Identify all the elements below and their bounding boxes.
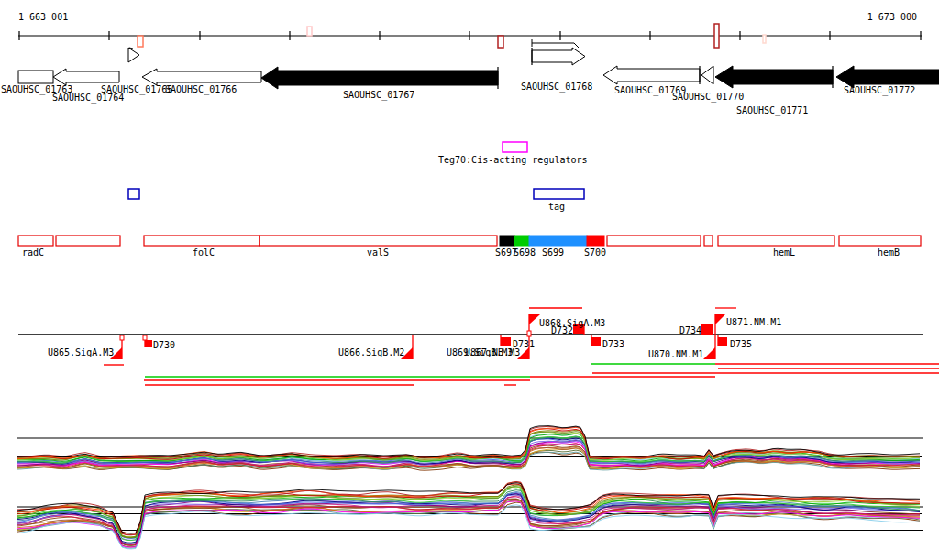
gene-box[interactable] [704, 236, 713, 246]
gene-arrow-SAOUHSC_01765[interactable] [128, 48, 139, 62]
gene-box-label-valS: valS [367, 247, 389, 258]
ruler-end-label: 1 673 000 [867, 12, 917, 22]
gene-box-label-radC: radC [22, 247, 44, 258]
gene-box[interactable] [144, 236, 260, 246]
ruler-selection-mark[interactable] [138, 36, 143, 47]
gene-label-SAOUHSC_01768: SAOUHSC_01768 [521, 82, 592, 93]
feature-box-teg70[interactable] [503, 142, 527, 152]
tss-tick [143, 335, 147, 340]
tss-flag-pennant[interactable] [715, 314, 725, 324]
ruler-selection-mark[interactable] [498, 36, 503, 48]
gene-label-SAOUHSC_01770: SAOUHSC_01770 [672, 92, 744, 103]
tss-tick [120, 335, 124, 340]
tss-label-D730: D730 [153, 340, 175, 350]
gene-arrow-SAOUHSC_01766[interactable] [142, 69, 261, 85]
gene-box-S699[interactable] [529, 236, 587, 246]
gene-arrow-SAOUHSC_01768[interactable] [532, 48, 585, 65]
tss-label-D734: D734 [679, 325, 701, 335]
gene-box-label-hemL: hemL [773, 247, 795, 258]
gene-box[interactable] [18, 236, 53, 246]
gene-box-S697[interactable] [500, 236, 514, 246]
gene-label-SAOUHSC_01766: SAOUHSC_01766 [165, 84, 237, 95]
tss-flag-square[interactable] [501, 337, 511, 346]
gene-arrow-SAOUHSC_01767[interactable] [261, 67, 498, 89]
gene-box[interactable] [607, 236, 701, 246]
feature-label-tag: tag [548, 202, 565, 212]
tss-flag-pennant[interactable] [703, 347, 715, 359]
tss-flag-square[interactable] [591, 337, 601, 346]
tss-label-U865.SigA.M3: U865.SigA.M3 [48, 347, 114, 357]
tss-label-U871.NM.M1: U871.NM.M1 [726, 317, 781, 327]
genome-browser-window: SAOUHSC_01763SAOUHSC_01764SAOUHSC_01765S… [0, 0, 939, 560]
ruler-selection-mark[interactable] [763, 35, 766, 43]
gene-label-SAOUHSC_01765: SAOUHSC_01765 [101, 84, 172, 95]
feature-label-teg70: Teg70:Cis-acting regulators [438, 155, 588, 165]
gene-arrow-SAOUHSC_01771[interactable] [715, 66, 833, 88]
gene-box-label-folC: folC [193, 247, 215, 258]
tss-label-U866.SigB.M2: U866.SigB.M2 [338, 347, 404, 357]
gene-box-S700[interactable] [587, 236, 604, 246]
gene-box[interactable] [839, 236, 921, 246]
gene-arrow-SAOUHSC_01764[interactable] [53, 69, 119, 85]
gene-box-label-S700: S700 [584, 247, 606, 258]
tss-flag-square[interactable] [701, 324, 713, 335]
gene-box-label-S698: S698 [514, 247, 536, 258]
gene-arrow-SAOUHSC_01769[interactable] [603, 66, 700, 84]
gene-box[interactable] [56, 236, 120, 246]
tss-label-U870.NM.M1: U870.NM.M1 [648, 349, 703, 359]
tss-tick [527, 331, 531, 336]
gene-arrow-SAOUHSC_01770[interactable] [701, 66, 713, 84]
gene-label-SAOUHSC_01772: SAOUHSC_01772 [844, 85, 915, 96]
gene-box[interactable] [718, 236, 834, 246]
range-bracket [532, 39, 579, 48]
tss-label-D735: D735 [730, 339, 752, 349]
gene-box-label-S699: S699 [542, 247, 564, 258]
tss-label-D731: D731 [513, 339, 535, 349]
tss-label-D733: D733 [602, 339, 624, 349]
gene-box-S698[interactable] [514, 236, 529, 246]
tss-flag-square[interactable] [145, 340, 152, 347]
tss-label-D732: D732 [551, 325, 573, 335]
gene-label-SAOUHSC_01767: SAOUHSC_01767 [343, 90, 414, 101]
gene-box[interactable] [260, 236, 497, 246]
ruler-selection-mark[interactable] [307, 27, 312, 36]
ruler-selection-mark[interactable] [714, 24, 719, 48]
gene-arrow-SAOUHSC_01763[interactable] [18, 71, 53, 83]
gene-box-label-hemB: hemB [878, 247, 900, 258]
ruler-start-label: 1 663 001 [18, 12, 68, 22]
gene-label-SAOUHSC_01771: SAOUHSC_01771 [736, 105, 808, 116]
tss-flag-square[interactable] [718, 337, 727, 346]
genome-canvas[interactable]: SAOUHSC_01763SAOUHSC_01764SAOUHSC_01765S… [0, 0, 939, 560]
feature-box-blue-0[interactable] [128, 189, 139, 199]
feature-box-tag[interactable] [534, 189, 584, 199]
